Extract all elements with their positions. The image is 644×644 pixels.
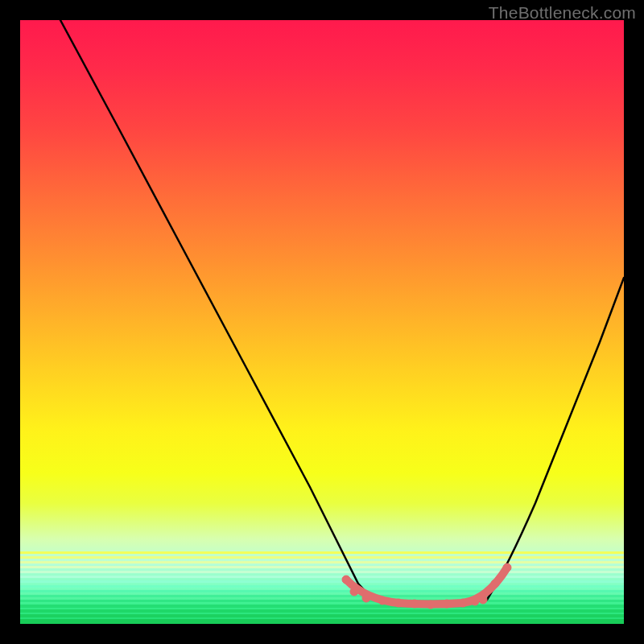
marker-connector [346,568,507,605]
curve-path [60,20,624,605]
plot-area [20,20,624,624]
floor-markers [342,564,511,609]
chart-stage: TheBottleneck.com [0,0,644,644]
chart-svg [20,20,624,624]
